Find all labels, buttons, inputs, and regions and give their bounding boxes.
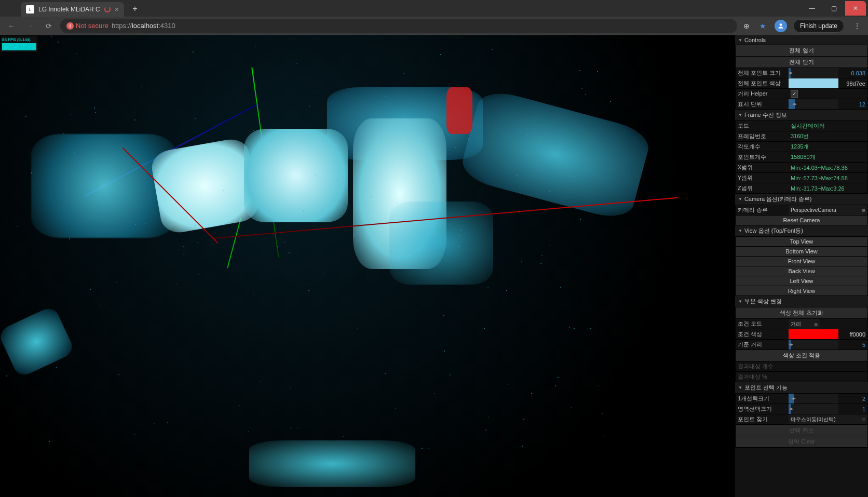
finish-update-button[interactable]: Finish update <box>793 19 844 33</box>
back-view-button[interactable]: Back View <box>735 266 868 276</box>
area-sel-value[interactable]: 1 <box>838 404 867 414</box>
cond-mode-select[interactable]: 거리 <box>789 319 820 329</box>
display-unit-slider[interactable] <box>789 99 838 109</box>
browser-menu-icon[interactable]: ⋮ <box>850 22 864 30</box>
point-color-swatch[interactable] <box>789 78 838 88</box>
browser-tab[interactable]: L LG Innotek MLiDAR C × <box>21 2 124 17</box>
partial-color-header[interactable]: 부분 색상 변경 <box>735 296 868 307</box>
reset-camera-button[interactable]: Reset Camera <box>735 216 868 225</box>
area-sel-slider[interactable] <box>789 404 838 414</box>
view-options-header[interactable]: View 옵션 (Top/Font등) <box>735 225 868 237</box>
single-sel-value[interactable]: 2 <box>838 394 867 404</box>
nav-back-button[interactable]: ← <box>4 19 19 33</box>
window-close-button[interactable]: ✕ <box>845 1 866 16</box>
camera-options-header[interactable]: Camera 옵션(카메라 종류) <box>735 194 868 205</box>
tab-favicon: L <box>26 5 34 14</box>
top-view-button[interactable]: Top View <box>735 237 868 247</box>
result-count-label: 결과대상 개수 <box>736 362 789 370</box>
nav-forward-button: → <box>23 19 37 33</box>
z-range-value: Min:-31.73~Max:3.26 <box>789 185 867 192</box>
close-all-button[interactable]: 전체 닫기 <box>735 57 868 68</box>
point-count-value: 158080개 <box>789 153 867 161</box>
point-color-label: 전체 포인트 색상 <box>736 79 789 87</box>
security-indicator[interactable]: ! Not secure <box>66 22 108 30</box>
camera-type-select[interactable]: PerspectiveCamera <box>789 205 867 215</box>
tab-close-icon[interactable]: × <box>115 5 119 14</box>
point-color-value[interactable]: 98d7ee <box>838 78 867 88</box>
control-panel: Controls 전체 열기 전체 닫기 전체 포인트 크기 0.038 전체 … <box>735 35 868 497</box>
window-minimize-button[interactable]: — <box>802 1 822 16</box>
result-pct-label: 결과대상 % <box>736 373 789 381</box>
cond-color-value[interactable]: ff0000 <box>838 329 867 339</box>
frame-no-label: 프레임번호 <box>736 132 789 140</box>
point-size-label: 전체 포인트 크기 <box>736 69 789 77</box>
display-unit-value[interactable]: 12 <box>838 99 867 109</box>
point-count-label: 포인트개수 <box>736 153 789 161</box>
angle-count-label: 각도개수 <box>736 143 789 151</box>
window-maximize-button[interactable]: ▢ <box>823 1 844 16</box>
mode-value: 실시간데이터 <box>789 122 867 130</box>
right-view-button[interactable]: Right View <box>735 286 868 296</box>
point-select-header[interactable]: 포인트 선택 기능 <box>735 382 868 394</box>
front-view-button[interactable]: Front View <box>735 257 868 266</box>
ref-dist-value[interactable]: 5 <box>838 340 867 350</box>
z-range-label: Z범위 <box>736 184 789 192</box>
tab-title: LG Innotek MLiDAR C <box>38 6 100 13</box>
area-sel-label: 영역선택크기 <box>736 405 789 413</box>
y-range-label: Y범위 <box>736 174 789 182</box>
profile-avatar-icon[interactable] <box>775 20 787 32</box>
cond-mode-label: 조건 모드 <box>736 320 789 328</box>
loading-spinner-icon <box>104 6 111 12</box>
point-cloud-scene <box>0 35 735 497</box>
display-unit-label: 표시 단위 <box>736 100 789 108</box>
lidar-viewport[interactable]: 88 FPS (6-144) <box>0 35 735 497</box>
cancel-selection-button[interactable]: 선택 취소 <box>735 425 868 436</box>
x-range-value: Min:-14.03~Max:78.36 <box>789 165 867 171</box>
address-bar[interactable]: ! Not secure https://localhost:4310 <box>60 19 737 33</box>
svg-point-0 <box>780 23 782 26</box>
point-size-value[interactable]: 0.038 <box>838 68 867 78</box>
mode-label: 모드 <box>736 122 789 130</box>
distance-helper-checkbox[interactable]: ✓ <box>791 90 798 98</box>
cond-color-swatch[interactable] <box>789 329 838 339</box>
apply-color-button[interactable]: 색상 조건 적용 <box>735 350 868 361</box>
point-size-slider[interactable] <box>789 68 838 78</box>
bookmark-star-icon[interactable]: ★ <box>758 21 768 31</box>
camera-type-label: 카메라 종류 <box>736 206 789 214</box>
reset-colors-button[interactable]: 색상 전체 초기화 <box>735 307 868 319</box>
single-sel-label: 1개선택크기 <box>736 395 789 402</box>
frame-no-value: 3160번 <box>789 132 867 140</box>
y-range-value: Min:-57.73~Max:74.58 <box>789 175 867 181</box>
x-range-label: X범위 <box>736 164 789 171</box>
distance-helper-label: 거리 Helper <box>736 90 789 98</box>
nav-reload-button[interactable]: ⟳ <box>42 19 56 33</box>
open-all-button[interactable]: 전체 열기 <box>735 45 868 57</box>
point-find-label: 포인트 찾기 <box>736 415 789 423</box>
not-secure-icon: ! <box>66 22 74 30</box>
left-view-button[interactable]: Left View <box>735 276 868 286</box>
single-sel-slider[interactable] <box>789 394 838 404</box>
area-clear-button[interactable]: 영역 Clear <box>735 436 868 448</box>
point-find-select[interactable]: 마우스이동(미선택) <box>789 414 867 424</box>
frame-info-header[interactable]: Frame 수신 정보 <box>735 110 868 121</box>
cond-color-label: 조건 색상 <box>736 330 789 338</box>
ref-dist-slider[interactable] <box>789 340 838 350</box>
angle-count-value: 1235개 <box>789 143 867 151</box>
controls-section-header[interactable]: Controls <box>735 35 868 45</box>
ref-dist-label: 기준 거리 <box>736 341 789 348</box>
install-app-icon[interactable]: ⊕ <box>741 21 752 31</box>
bottom-view-button[interactable]: Bottom View <box>735 247 868 257</box>
new-tab-button[interactable]: + <box>130 4 140 14</box>
